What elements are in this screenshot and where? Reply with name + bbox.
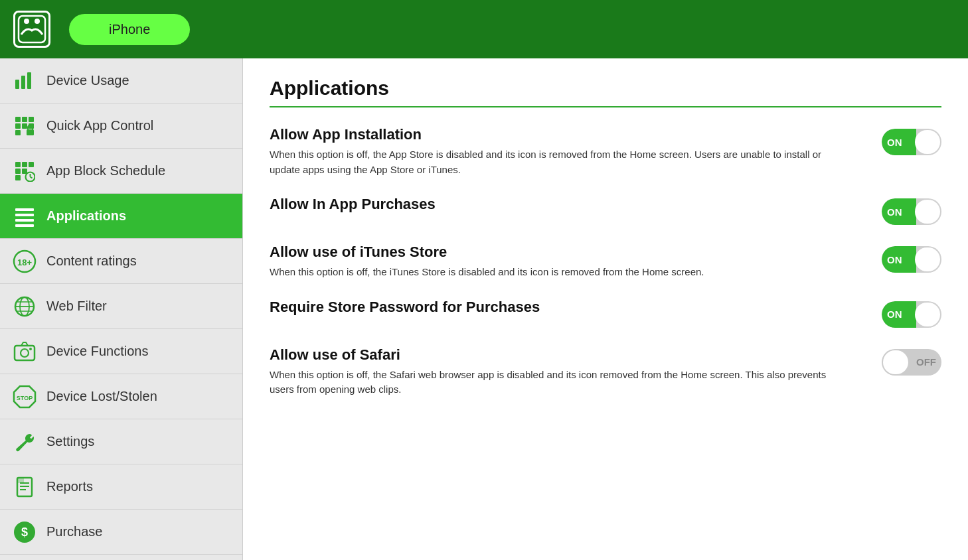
- sidebar-item-applications[interactable]: Applications: [0, 194, 242, 239]
- toggle-label-allow-safari: OFF: [916, 356, 936, 368]
- svg-rect-13: [27, 129, 34, 135]
- setting-title-allow-in-app-purchases: Allow In App Purchases: [270, 196, 862, 213]
- grid-lock-icon: [12, 113, 37, 139]
- bar-chart-icon: [12, 68, 37, 94]
- svg-rect-17: [15, 169, 21, 174]
- toggle-allow-safari[interactable]: OFF: [882, 349, 941, 376]
- page-title: Applications: [270, 77, 941, 100]
- setting-row-allow-itunes-store: Allow use of iTunes StoreWhen this optio…: [270, 244, 941, 280]
- sidebar-item-purchase[interactable]: $ Purchase: [0, 510, 242, 555]
- settings-list: Allow App InstallationWhen this option i…: [270, 126, 941, 397]
- sidebar: Device Usage Quick App Control: [0, 58, 243, 560]
- 18plus-icon: 18+: [12, 249, 37, 274]
- toggle-container-allow-safari: OFF: [882, 349, 941, 376]
- svg-rect-7: [22, 117, 27, 122]
- svg-rect-26: [15, 224, 34, 227]
- sidebar-item-app-block-schedule[interactable]: App Block Schedule: [0, 149, 242, 194]
- toggle-label-allow-in-app-purchases: ON: [887, 206, 902, 218]
- svg-rect-6: [15, 117, 21, 122]
- toggle-knob-allow-app-installation: [915, 130, 940, 154]
- toggle-label-allow-itunes-store: ON: [887, 254, 902, 265]
- svg-rect-10: [22, 123, 27, 129]
- sidebar-item-content-ratings[interactable]: 18+ Content ratings: [0, 239, 242, 284]
- device-button[interactable]: iPhone: [69, 14, 190, 45]
- logo: [13, 11, 50, 48]
- svg-rect-23: [15, 208, 34, 211]
- svg-line-22: [31, 176, 33, 178]
- toggle-container-allow-in-app-purchases: ON: [882, 198, 941, 225]
- svg-rect-15: [22, 162, 27, 167]
- svg-rect-34: [15, 346, 35, 360]
- toggle-allow-app-installation[interactable]: ON: [882, 129, 941, 155]
- toggle-knob-allow-itunes-store: [915, 247, 940, 271]
- svg-point-1: [24, 19, 29, 24]
- content-area: Applications Allow App InstallationWhen …: [243, 58, 968, 560]
- sidebar-label-purchase: Purchase: [46, 524, 103, 539]
- svg-rect-4: [21, 76, 25, 89]
- setting-text-allow-app-installation: Allow App InstallationWhen this option i…: [270, 126, 862, 177]
- sidebar-item-web-filter[interactable]: Web Filter: [0, 284, 242, 329]
- svg-rect-14: [15, 162, 21, 167]
- toggle-require-store-password[interactable]: ON: [882, 301, 941, 328]
- setting-title-require-store-password: Require Store Password for Purchases: [270, 299, 862, 316]
- svg-rect-5: [27, 72, 31, 89]
- sidebar-label-device-lost: Device Lost/Stolen: [46, 389, 157, 404]
- setting-title-allow-itunes-store: Allow use of iTunes Store: [270, 244, 862, 261]
- toggle-label-require-store-password: ON: [887, 309, 902, 320]
- logo-icon: [17, 15, 46, 44]
- setting-row-allow-app-installation: Allow App InstallationWhen this option i…: [270, 126, 941, 177]
- svg-text:18+: 18+: [17, 257, 32, 267]
- sidebar-item-device-lost-stolen[interactable]: STOP Device Lost/Stolen: [0, 374, 242, 419]
- svg-point-35: [21, 349, 29, 357]
- svg-rect-0: [19, 16, 45, 42]
- sidebar-item-reports[interactable]: Reports: [0, 464, 242, 510]
- toggle-allow-itunes-store[interactable]: ON: [882, 246, 941, 273]
- camera-icon: [12, 339, 37, 364]
- svg-point-2: [35, 19, 40, 24]
- svg-text:$: $: [21, 525, 28, 539]
- svg-rect-24: [15, 214, 34, 216]
- sidebar-label-quick-app: Quick App Control: [46, 118, 153, 133]
- sidebar-item-device-functions[interactable]: Device Functions: [0, 329, 242, 374]
- sidebar-item-device-usage[interactable]: Device Usage: [0, 58, 242, 104]
- wrench-icon: [12, 429, 37, 455]
- sidebar-label-app-block: App Block Schedule: [46, 163, 165, 178]
- toggle-container-require-store-password: ON: [882, 301, 941, 328]
- setting-text-allow-safari: Allow use of SafariWhen this option is o…: [270, 346, 862, 397]
- toggle-knob-allow-in-app-purchases: [915, 200, 940, 224]
- sidebar-label-web-filter: Web Filter: [46, 299, 107, 314]
- sidebar-label-device-usage: Device Usage: [46, 73, 129, 88]
- svg-text:STOP: STOP: [17, 395, 33, 401]
- setting-desc-allow-itunes-store: When this option is off, the iTunes Stor…: [270, 265, 841, 280]
- svg-rect-9: [15, 123, 21, 129]
- svg-rect-43: [17, 478, 24, 483]
- document-icon: [12, 474, 37, 500]
- sidebar-item-settings[interactable]: Settings: [0, 419, 242, 464]
- setting-text-allow-itunes-store: Allow use of iTunes StoreWhen this optio…: [270, 244, 862, 280]
- sidebar-label-reports: Reports: [46, 479, 93, 494]
- svg-point-36: [29, 348, 32, 350]
- title-divider: [270, 106, 941, 107]
- svg-rect-3: [15, 80, 19, 89]
- globe-icon: [12, 294, 37, 319]
- sidebar-label-settings: Settings: [46, 434, 94, 449]
- toggle-container-allow-itunes-store: ON: [882, 246, 941, 273]
- main-layout: Device Usage Quick App Control: [0, 58, 968, 560]
- svg-rect-19: [15, 175, 21, 180]
- dollar-icon: $: [12, 520, 37, 545]
- toggle-container-allow-app-installation: ON: [882, 129, 941, 155]
- setting-row-require-store-password: Require Store Password for PurchasesON: [270, 299, 941, 328]
- stop-icon: STOP: [12, 384, 37, 409]
- header: iPhone: [0, 0, 968, 58]
- setting-text-allow-in-app-purchases: Allow In App Purchases: [270, 196, 862, 217]
- setting-desc-allow-app-installation: When this option is off, the App Store i…: [270, 147, 841, 177]
- toggle-knob-require-store-password: [915, 303, 940, 326]
- setting-title-allow-safari: Allow use of Safari: [270, 346, 862, 364]
- grid-clock-icon: [12, 159, 37, 184]
- svg-rect-25: [15, 219, 34, 222]
- sidebar-label-content-ratings: Content ratings: [46, 253, 137, 269]
- setting-desc-allow-safari: When this option is off, the Safari web …: [270, 368, 841, 397]
- toggle-allow-in-app-purchases[interactable]: ON: [882, 198, 941, 225]
- svg-rect-12: [15, 130, 21, 135]
- sidebar-item-quick-app-control[interactable]: Quick App Control: [0, 104, 242, 149]
